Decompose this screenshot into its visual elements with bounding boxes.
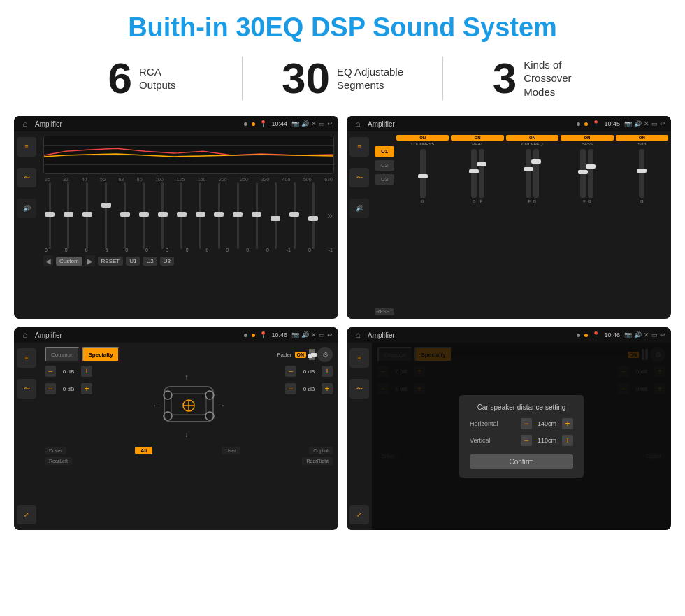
plus-btn-4[interactable]: + bbox=[322, 383, 333, 394]
vertical-minus-btn[interactable]: − bbox=[521, 435, 532, 446]
copilot-btn-3[interactable]: Copilot bbox=[309, 447, 333, 454]
u3-button-1[interactable]: U3 bbox=[160, 257, 174, 266]
specialty-tab-3[interactable]: Specialty bbox=[82, 347, 119, 362]
u1-preset[interactable]: U1 bbox=[375, 146, 394, 157]
screen2-time: 10:45 bbox=[604, 120, 620, 127]
cutfreq-label: CUT FREQ bbox=[521, 142, 543, 146]
all-btn-3[interactable]: All bbox=[135, 447, 152, 454]
plus-btn-3[interactable]: + bbox=[322, 366, 333, 377]
wave-icon-2[interactable]: 〜 bbox=[349, 168, 369, 187]
sub-slider-1[interactable] bbox=[639, 149, 644, 198]
wave-icon-1[interactable]: 〜 bbox=[17, 168, 36, 187]
bass-slider-2[interactable] bbox=[588, 149, 593, 198]
vertical-value: 110cm bbox=[535, 437, 559, 444]
horizontal-row: Horizontal − 140cm + bbox=[470, 418, 573, 429]
eq-icon-3[interactable]: ≡ bbox=[17, 348, 36, 368]
speaker-icon-1[interactable]: 🔊 bbox=[17, 199, 36, 218]
back-icon-2[interactable]: ↩ bbox=[660, 120, 665, 127]
expand-icon[interactable]: » bbox=[327, 210, 333, 221]
phat-slider-2[interactable] bbox=[479, 149, 484, 198]
u2-preset[interactable]: U2 bbox=[375, 160, 394, 171]
eq-slider-9[interactable] bbox=[196, 182, 206, 249]
eq-slider-2[interactable] bbox=[64, 182, 73, 249]
eq-slider-13[interactable] bbox=[271, 182, 280, 249]
fader-on-badge[interactable]: ON bbox=[295, 352, 307, 358]
next-button[interactable]: ▶ bbox=[85, 255, 95, 266]
eq-icon-1[interactable]: ≡ bbox=[17, 137, 36, 157]
eq-slider-7[interactable] bbox=[158, 182, 168, 249]
volume-icon-3: 🔊 bbox=[301, 331, 309, 338]
on-badge-loudness[interactable]: ON bbox=[396, 135, 449, 141]
home-icon-3[interactable]: ⌂ bbox=[20, 329, 31, 341]
vertical-plus-btn[interactable]: + bbox=[562, 435, 573, 446]
on-badge-sub[interactable]: ON bbox=[616, 135, 668, 141]
home-icon-2[interactable]: ⌂ bbox=[352, 118, 363, 129]
db-value-1: 0 dB bbox=[59, 368, 78, 375]
fader-slider-2[interactable] bbox=[312, 349, 315, 360]
loudness-label: LOUDNESS bbox=[411, 142, 434, 146]
wave-icon-3[interactable]: 〜 bbox=[17, 379, 36, 399]
minus-btn-4[interactable]: − bbox=[285, 383, 296, 394]
custom-preset-button[interactable]: Custom bbox=[56, 257, 82, 266]
u2-button-1[interactable]: U2 bbox=[143, 257, 157, 266]
expand-icon-4[interactable]: ⤢ bbox=[349, 505, 369, 524]
speaker-icon-2[interactable]: 🔊 bbox=[349, 199, 369, 218]
back-icon-1[interactable]: ↩ bbox=[327, 120, 333, 127]
eq-slider-3[interactable] bbox=[82, 182, 92, 249]
tab-row-3: Common Specialty Fader ON ⚙ bbox=[45, 347, 333, 362]
eq-slider-5[interactable] bbox=[120, 182, 130, 249]
settings-icon-3[interactable]: ⚙ bbox=[317, 347, 333, 362]
on-badge-phat[interactable]: ON bbox=[451, 135, 503, 141]
eq-slider-12[interactable] bbox=[252, 182, 261, 249]
on-badge-cutfreq[interactable]: ON bbox=[506, 135, 558, 141]
screen1-side-panel: ≡ 〜 🔊 bbox=[14, 131, 39, 319]
rearleft-btn-3[interactable]: RearLeft bbox=[45, 457, 72, 465]
eq-slider-15[interactable] bbox=[308, 182, 318, 249]
car-diagram-svg: ↑ ↓ ← → bbox=[150, 366, 227, 443]
u3-preset[interactable]: U3 bbox=[375, 174, 394, 185]
home-icon-1[interactable]: ⌂ bbox=[20, 118, 31, 129]
wave-icon-4[interactable]: 〜 bbox=[349, 379, 369, 399]
eq-slider-10[interactable] bbox=[214, 182, 224, 249]
phat-slider-1[interactable] bbox=[471, 149, 477, 198]
eq-icon-2[interactable]: ≡ bbox=[349, 137, 369, 157]
eq-slider-8[interactable] bbox=[177, 182, 187, 249]
cutfreq-slider-1[interactable] bbox=[526, 149, 531, 198]
eq-sliders-row: » bbox=[43, 185, 334, 246]
minus-btn-2[interactable]: − bbox=[45, 383, 56, 394]
stat-rca-number: 6 bbox=[108, 57, 131, 100]
plus-btn-2[interactable]: + bbox=[81, 383, 92, 394]
rearright-btn-3[interactable]: RearRight bbox=[302, 457, 333, 465]
confirm-button[interactable]: Confirm bbox=[470, 454, 573, 469]
home-icon-4[interactable]: ⌂ bbox=[352, 329, 363, 341]
horizontal-plus-btn[interactable]: + bbox=[562, 418, 573, 429]
eq-icon-4[interactable]: ≡ bbox=[349, 348, 369, 368]
eq-slider-4[interactable] bbox=[101, 182, 111, 249]
eq-slider-14[interactable] bbox=[289, 182, 299, 249]
horizontal-minus-btn[interactable]: − bbox=[521, 418, 532, 429]
u1-button-1[interactable]: U1 bbox=[126, 257, 140, 266]
eq-slider-11[interactable] bbox=[233, 182, 243, 249]
reset-btn-2[interactable]: RESET bbox=[375, 308, 394, 315]
prev-button[interactable]: ◀ bbox=[43, 255, 53, 266]
minus-btn-3[interactable]: − bbox=[285, 366, 296, 377]
back-icon-4[interactable]: ↩ bbox=[660, 331, 665, 338]
loudness-slider-1[interactable] bbox=[420, 149, 426, 198]
driver-btn-3[interactable]: Driver bbox=[45, 447, 66, 454]
minus-btn-1[interactable]: − bbox=[45, 366, 56, 377]
user-btn-3[interactable]: User bbox=[222, 447, 240, 454]
eq-slider-6[interactable] bbox=[139, 182, 149, 249]
plus-btn-1[interactable]: + bbox=[81, 366, 92, 377]
eq-slider-1[interactable] bbox=[45, 182, 55, 249]
on-badge-bass[interactable]: ON bbox=[561, 135, 613, 141]
camera-icon-1: 📷 bbox=[291, 120, 299, 127]
expand-icon-3[interactable]: ⤢ bbox=[17, 505, 36, 524]
bass-slider-1[interactable] bbox=[580, 149, 586, 198]
back-icon-3[interactable]: ↩ bbox=[327, 331, 333, 338]
camera-icon-2: 📷 bbox=[624, 120, 632, 127]
common-tab-3[interactable]: Common bbox=[45, 347, 80, 362]
cutfreq-slider-2[interactable] bbox=[533, 149, 539, 198]
horizontal-value: 140cm bbox=[535, 420, 559, 427]
reset-button-1[interactable]: RESET bbox=[98, 257, 124, 266]
cutfreq-col: ON CUT FREQ FG bbox=[506, 135, 558, 315]
